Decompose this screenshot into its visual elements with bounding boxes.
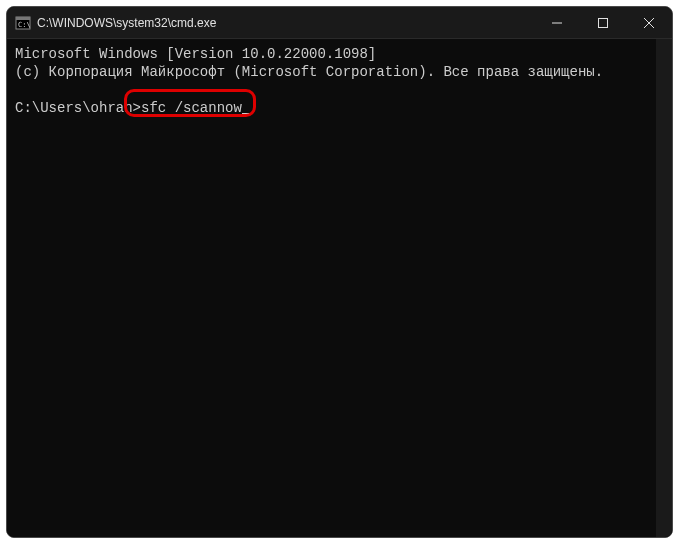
prompt-line: C:\Users\ohran>sfc /scannow [15, 99, 664, 117]
scrollbar[interactable] [656, 39, 672, 537]
svg-rect-1 [16, 17, 30, 20]
cursor [242, 113, 250, 116]
cmd-window: C:\ C:\WINDOWS\system32\cmd.exe Microsof… [6, 6, 673, 538]
svg-rect-4 [599, 18, 608, 27]
blank-line [15, 81, 664, 99]
close-button[interactable] [626, 7, 672, 38]
copyright-line: (c) Корпорация Майкрософт (Microsoft Cor… [15, 63, 664, 81]
svg-text:C:\: C:\ [18, 21, 31, 29]
prompt-path: C:\Users\ohran> [15, 100, 141, 116]
version-line: Microsoft Windows [Version 10.0.22000.10… [15, 45, 664, 63]
window-controls [534, 7, 672, 38]
typed-command: sfc /scannow [141, 100, 242, 116]
cmd-icon: C:\ [15, 15, 31, 31]
window-title: C:\WINDOWS\system32\cmd.exe [37, 16, 534, 30]
terminal-area[interactable]: Microsoft Windows [Version 10.0.22000.10… [7, 39, 672, 537]
maximize-button[interactable] [580, 7, 626, 38]
titlebar[interactable]: C:\ C:\WINDOWS\system32\cmd.exe [7, 7, 672, 39]
minimize-button[interactable] [534, 7, 580, 38]
